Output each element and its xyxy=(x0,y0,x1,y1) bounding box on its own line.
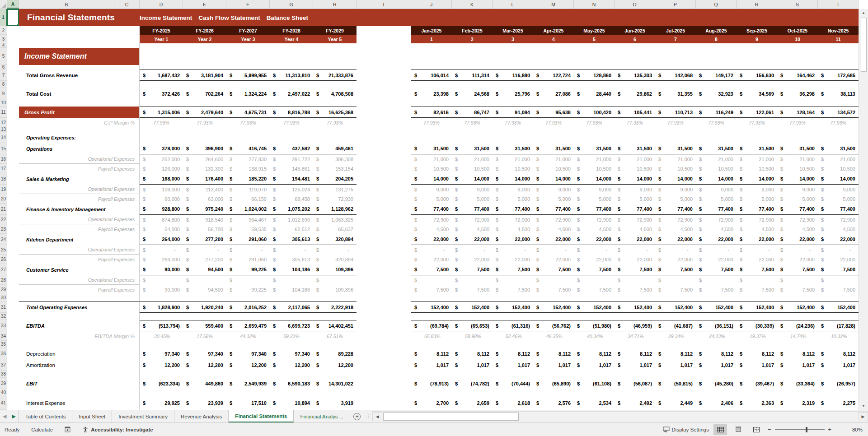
row-header-8[interactable]: 8 xyxy=(0,81,7,88)
cell[interactable]: $97,340 xyxy=(183,348,226,359)
row-header-35[interactable]: 35 xyxy=(0,341,7,348)
cell[interactable]: $7,500 xyxy=(452,264,493,275)
cell[interactable]: $31,355 xyxy=(655,88,696,99)
cell[interactable]: $7,500 xyxy=(737,285,777,294)
cell[interactable]: -46.25% xyxy=(533,331,574,341)
cell[interactable]: $22,000 xyxy=(655,255,696,264)
cell[interactable]: $16,625,368 xyxy=(313,107,357,118)
cell[interactable]: 77.93% xyxy=(140,118,183,127)
cell[interactable]: $22,000 xyxy=(818,234,859,245)
cell[interactable]: $10,500 xyxy=(655,164,696,173)
cell[interactable]: $2,549,939 xyxy=(226,378,270,389)
fy-header-cell[interactable]: Year 4 xyxy=(270,35,313,43)
cell[interactable]: $21,000 xyxy=(533,154,574,164)
vscroll-thumb[interactable] xyxy=(861,18,867,72)
cell[interactable]: $7,500 xyxy=(452,285,493,294)
cell[interactable]: $77,400 xyxy=(737,204,777,215)
cell[interactable]: $7,500 xyxy=(615,264,655,275)
month-header-cell[interactable]: Jan-2025 xyxy=(411,26,452,35)
cell[interactable]: $10,894 xyxy=(270,396,313,410)
cell[interactable]: $8,112 xyxy=(818,348,859,359)
cell[interactable]: 77.93% xyxy=(226,118,270,127)
row-header-12[interactable]: 12 xyxy=(0,118,7,127)
row-header-22[interactable]: 22 xyxy=(0,215,7,224)
cell[interactable]: $9,000 xyxy=(574,185,615,194)
cell[interactable]: $4,500 xyxy=(818,224,859,234)
month-header-cell[interactable]: Oct-2025 xyxy=(777,26,818,35)
cell[interactable]: $5,000 xyxy=(411,194,452,204)
cell[interactable]: $97,340 xyxy=(226,348,270,359)
row-header-11[interactable]: 11 xyxy=(0,107,7,118)
row-header-39[interactable]: 39 xyxy=(0,378,7,389)
cell[interactable]: $320,894 xyxy=(313,255,357,264)
display-settings-button[interactable]: Display Settings xyxy=(663,427,709,432)
cell[interactable]: $4,500 xyxy=(737,224,777,234)
cell[interactable]: $1,063,325 xyxy=(313,215,357,224)
fy-header-cell[interactable]: FY-2029 xyxy=(313,26,357,35)
row-header-32[interactable]: 32 xyxy=(0,313,7,320)
row-label[interactable]: Operating Expenses: xyxy=(19,132,140,143)
cell[interactable]: $- xyxy=(226,275,270,285)
cell[interactable]: $2,016,252 xyxy=(226,301,270,313)
cell[interactable]: 77.93% xyxy=(574,118,615,127)
row-header-16[interactable]: 16 xyxy=(0,154,7,164)
cell[interactable]: $8,112 xyxy=(655,348,696,359)
cell[interactable]: $1,017 xyxy=(737,359,777,371)
cell[interactable]: $22,000 xyxy=(452,255,493,264)
page-layout-view-button[interactable] xyxy=(732,424,745,435)
cell[interactable]: $(30,339) xyxy=(737,320,777,331)
cell[interactable]: $65,637 xyxy=(313,224,357,234)
cell[interactable]: $21,000 xyxy=(452,154,493,164)
cell[interactable]: $- xyxy=(737,245,777,255)
cell[interactable]: $23,398 xyxy=(411,88,452,99)
cell[interactable]: $22,000 xyxy=(574,255,615,264)
cell[interactable]: $1,017 xyxy=(777,359,818,371)
cell[interactable]: 77.93% xyxy=(777,118,818,127)
cell[interactable]: $12,200 xyxy=(313,359,357,371)
cell[interactable]: $90,000 xyxy=(140,264,183,275)
cell[interactable]: $149,172 xyxy=(696,70,737,81)
column-header-K[interactable]: K xyxy=(452,0,493,9)
cell[interactable]: $- xyxy=(655,245,696,255)
cell[interactable]: $- xyxy=(226,245,270,255)
cell[interactable]: 77.93% xyxy=(818,118,859,127)
cell[interactable]: $2,576 xyxy=(533,396,574,410)
cell[interactable]: $7,500 xyxy=(696,264,737,275)
cell[interactable]: $4,500 xyxy=(533,224,574,234)
cell[interactable]: $116,249 xyxy=(696,107,737,118)
cell[interactable]: $22,000 xyxy=(615,234,655,245)
statement-tab-1[interactable]: Income Statement xyxy=(140,14,192,21)
cell[interactable]: $928,800 xyxy=(140,204,183,215)
zoom-slider-thumb[interactable] xyxy=(806,427,807,432)
cell[interactable]: $77,400 xyxy=(818,204,859,215)
cell[interactable]: $5,000 xyxy=(696,194,737,204)
cell[interactable]: 77.93% xyxy=(615,118,655,127)
cell[interactable]: $4,500 xyxy=(452,224,493,234)
cell[interactable]: $69,458 xyxy=(270,194,313,204)
cell[interactable]: $204,205 xyxy=(313,173,357,185)
cell[interactable]: -65.83% xyxy=(411,331,452,341)
row-header-4[interactable]: 4 xyxy=(0,43,7,48)
row-header-31[interactable]: 31 xyxy=(0,301,7,313)
cell[interactable]: -29.34% xyxy=(655,331,696,341)
cell[interactable]: $4,500 xyxy=(696,224,737,234)
cell[interactable]: $14,301,022 xyxy=(313,378,357,389)
cell[interactable]: $29,925 xyxy=(140,396,183,410)
cell[interactable]: $2,659 xyxy=(452,396,493,410)
cell[interactable]: $(513,794) xyxy=(140,320,183,331)
select-all-corner[interactable] xyxy=(0,0,7,9)
column-header-D[interactable]: D xyxy=(140,0,183,9)
cell[interactable]: $152,400 xyxy=(411,301,452,313)
cell[interactable]: $153,154 xyxy=(313,164,357,173)
cell[interactable]: $22,000 xyxy=(411,255,452,264)
sheet-tab-3[interactable]: Investment Summary xyxy=(112,410,174,422)
column-header-A[interactable]: A xyxy=(7,0,19,9)
cell[interactable]: $2,618 xyxy=(493,396,533,410)
cell[interactable]: $(51,980) xyxy=(574,320,615,331)
cell[interactable]: $95,638 xyxy=(533,107,574,118)
cell[interactable]: $2,492 xyxy=(615,396,655,410)
cell[interactable]: $104,186 xyxy=(270,264,313,275)
cell[interactable]: $7,500 xyxy=(655,285,696,294)
cell[interactable]: $142,068 xyxy=(655,70,696,81)
cell[interactable]: $29,862 xyxy=(615,88,655,99)
